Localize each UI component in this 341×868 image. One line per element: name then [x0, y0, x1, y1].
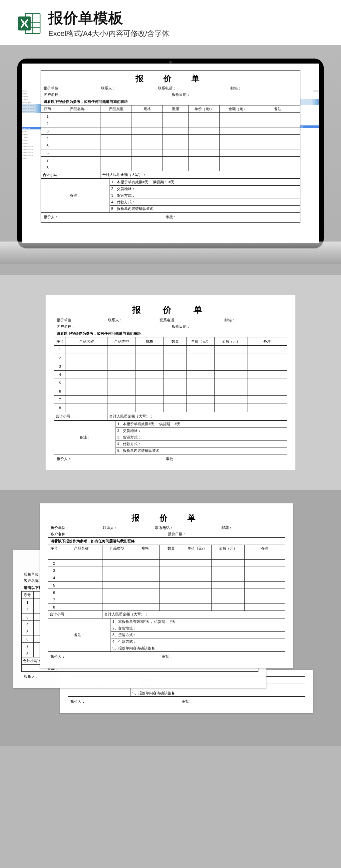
sum-row: 合计小写： 合计人民币金额（大写）： — [41, 171, 300, 179]
bg-gantt-right: 2020/6/19 完成 — [301, 64, 319, 243]
header-subtitle: Excel格式/A4大小/内容可修改/含字体 — [48, 29, 169, 39]
bg-gantt-left: 2020/5/17 前期准备 市场调研 立项申请 项目方案-初期 项目方案-第1… — [22, 64, 40, 243]
laptop-frame: 2020/5/17 前期准备 市场调研 立项申请 项目方案-初期 项目方案-第1… — [17, 59, 324, 248]
quotation-table: 序号 产品名称 产品类型 规格 数量 单价（元/） 金额（元） 备注 1 2 3… — [41, 105, 300, 179]
camera-icon — [169, 61, 172, 64]
preview-panel-2: 报 价 单 报价单位： 联系人： 联系电话： 邮箱： 客户名称： 报价日期： 请… — [0, 275, 341, 490]
table-row: 8 — [41, 164, 300, 171]
quotation-sheet: 报 价 单 报价单位： 联系人： 联系电话： 邮箱： 客户名称： 报价日期： 请… — [46, 295, 295, 470]
laptop-base — [0, 242, 341, 264]
table-header-row: 序号 产品名称 产品类型 规格 数量 单价（元/） 金额（元） 备注 — [41, 105, 300, 113]
table-row: 7 — [41, 157, 300, 164]
table-row: 1 — [41, 113, 300, 120]
table-row: 6 — [41, 149, 300, 157]
table-row: 2 — [41, 120, 300, 127]
instruction-text: 请看以下报价作为参考，如有任何问题请与我们联络 — [41, 98, 300, 105]
quotation-sheet: 报 价 单 报价单位： 联系人： 联系电话： 邮箱： 客户名称： 报价日期： 请… — [40, 70, 301, 223]
laptop-screen: 2020/5/17 前期准备 市场调研 立项申请 项目方案-初期 项目方案-第1… — [22, 64, 319, 243]
preview-panel-3: 报 价 单 报价单位： 联系人： 客户名称： 请看以下报价作为参考，如有任何问题… — [0, 490, 341, 746]
svg-text:X: X — [22, 19, 27, 28]
header-title: 报价单模板 — [48, 8, 169, 28]
table-row: 5 — [41, 142, 300, 149]
excel-icon: X — [17, 11, 41, 36]
remark-block: 备注： 1、本报价单有效期#天， 供货期： #天 2、交货地址： 3、货运方式：… — [41, 179, 300, 212]
info-row-2: 客户名称： 报价日期： — [41, 92, 300, 98]
laptop-mockup-section: 2020/5/17 前期准备 市场调研 立项申请 项目方案-初期 项目方案-第1… — [0, 45, 341, 275]
table-row: 3 — [41, 127, 300, 135]
page-header: X 报价单模板 Excel格式/A4大小/内容可修改/含字体 — [0, 0, 341, 45]
info-row-1: 报价单位： 联系人： 联系电话： 邮箱： — [41, 85, 300, 92]
quotation-sheet-overlay-front: 报 价 单 报价单位： 联系人： 联系电话： 邮箱： 客户名称： 报价日期： 请… — [40, 503, 293, 669]
sheet-title: 报 价 单 — [41, 70, 300, 85]
table-row: 4 — [41, 135, 300, 142]
footer-row: 报价人： 审批： — [41, 212, 300, 222]
